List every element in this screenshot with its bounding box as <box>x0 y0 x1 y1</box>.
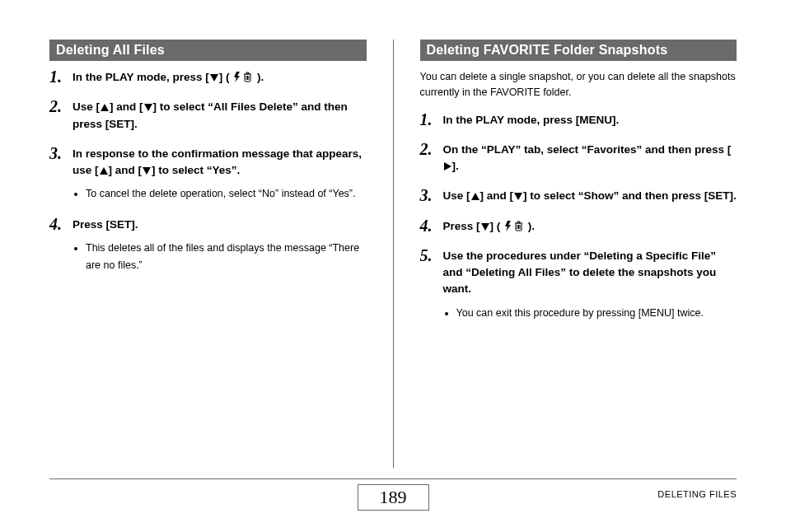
step-sublist: To cancel the delete operation, select “… <box>86 185 367 203</box>
right-column: Deleting FAVORITE Folder Snapshots You c… <box>420 40 737 468</box>
step-item: In the PLAY mode, press [MENU]. <box>420 112 737 128</box>
down-triangle-icon <box>144 104 152 111</box>
trash-icon <box>514 221 523 231</box>
right-triangle-icon <box>444 162 451 170</box>
step-instruction: In the PLAY mode, press [] ( ). <box>73 69 367 86</box>
flash-trash-icons <box>505 221 523 231</box>
section-heading-right: Deleting FAVORITE Folder Snapshots <box>420 40 737 61</box>
left-column: Deleting All Files In the PLAY mode, pre… <box>49 40 367 468</box>
step-subitem: This deletes all of the files and displa… <box>86 240 367 275</box>
step-sublist: This deletes all of the files and displa… <box>86 240 367 275</box>
step-instruction: In response to the confirmation message … <box>73 146 367 180</box>
footer-section-label: DELETING FILES <box>657 489 737 499</box>
step-instruction: Use [] and [] to select “Show” and then … <box>443 188 737 204</box>
up-triangle-icon <box>471 193 480 200</box>
step-subitem: You can exit this procedure by pressing … <box>456 305 737 322</box>
step-instruction: Press [SET]. <box>73 217 367 233</box>
up-triangle-icon <box>101 104 109 111</box>
section-intro: You can delete a single snapshot, or you… <box>420 69 737 100</box>
page-number: 189 <box>358 484 429 511</box>
down-triangle-icon <box>481 223 489 231</box>
step-item: In response to the confirmation message … <box>49 146 367 203</box>
step-instruction: Press [] ( ). <box>443 218 737 235</box>
step-instruction: In the PLAY mode, press [MENU]. <box>443 112 737 128</box>
step-item: Use the procedures under “Deleting a Spe… <box>420 248 737 322</box>
down-triangle-icon <box>143 167 151 175</box>
step-item: Use [] and [] to select “All Files Delet… <box>49 99 367 133</box>
step-instruction: Use [] and [] to select “All Files Delet… <box>73 99 367 133</box>
down-triangle-icon <box>514 193 522 200</box>
up-triangle-icon <box>100 167 108 175</box>
section-heading-left: Deleting All Files <box>49 40 367 61</box>
footer-row: 189 DELETING FILES <box>49 484 737 511</box>
step-subitem: To cancel the delete operation, select “… <box>86 185 367 203</box>
footer-rule <box>49 478 737 479</box>
two-column-layout: Deleting All Files In the PLAY mode, pre… <box>49 40 737 468</box>
column-divider <box>393 40 394 468</box>
step-sublist: You can exit this procedure by pressing … <box>456 305 737 322</box>
down-triangle-icon <box>210 74 218 82</box>
step-item: Use [] and [] to select “Show” and then … <box>420 188 737 204</box>
flash-icon <box>234 72 241 82</box>
step-item: Press [] ( ). <box>420 218 737 235</box>
step-item: On the “PLAY” tab, select “Favorites” an… <box>420 142 737 175</box>
steps-list-left: In the PLAY mode, press [] ( ).Use [] an… <box>49 69 367 274</box>
svg-marker-0 <box>234 72 240 82</box>
step-item: Press [SET].This deletes all of the file… <box>49 217 367 275</box>
step-instruction: Use the procedures under “Deleting a Spe… <box>443 248 737 298</box>
flash-icon <box>505 221 512 231</box>
step-instruction: On the “PLAY” tab, select “Favorites” an… <box>443 142 737 175</box>
step-item: In the PLAY mode, press [] ( ). <box>49 69 367 86</box>
trash-icon <box>243 72 252 82</box>
flash-trash-icons <box>234 72 252 82</box>
svg-marker-1 <box>505 221 511 231</box>
steps-list-right: In the PLAY mode, press [MENU].On the “P… <box>420 112 737 322</box>
manual-page: Deleting All Files In the PLAY mode, pre… <box>0 0 786 532</box>
page-footer: 189 DELETING FILES <box>49 478 737 511</box>
